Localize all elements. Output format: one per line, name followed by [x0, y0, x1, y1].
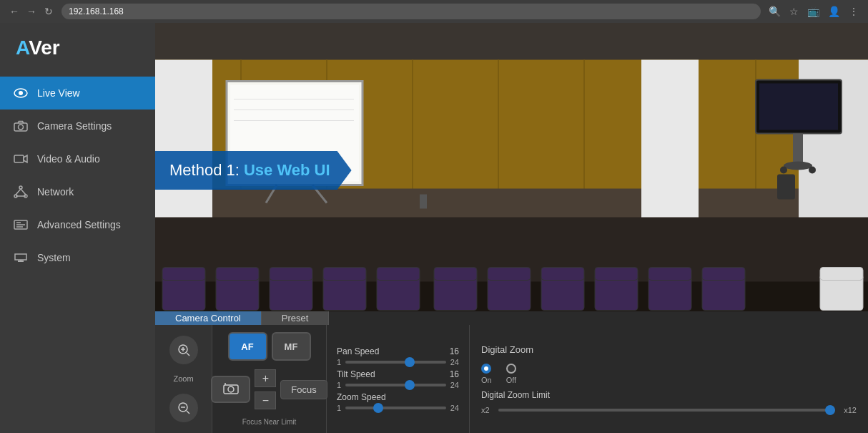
pan-speed-max: 24 [450, 358, 459, 366]
zoom-icon[interactable]: 🔍 [766, 4, 783, 19]
tab-camera-control[interactable]: Camera Control [155, 311, 262, 325]
digital-zoom-title: Digital Zoom [481, 344, 857, 355]
digital-zoom-toggle: On Off [481, 364, 857, 384]
svg-point-4 [19, 125, 24, 130]
menu-icon[interactable]: ⋮ [847, 4, 861, 19]
pan-speed-slider[interactable] [345, 361, 446, 364]
eye-icon [13, 85, 29, 101]
digital-zoom-panel: Digital Zoom On Off Digita [470, 325, 868, 433]
dz-off-radio[interactable] [506, 364, 516, 374]
pan-speed-label: Pan Speed [337, 346, 379, 356]
bottom-controls: Camera Control Preset [155, 311, 868, 433]
sidebar-item-camera-settings[interactable]: Camera Settings [0, 110, 155, 142]
zoom-in-button[interactable] [169, 336, 198, 364]
dz-off-label: Off [506, 376, 516, 384]
account-icon[interactable]: 👤 [826, 4, 842, 19]
focus-plus-minus: + − [255, 369, 276, 409]
svg-rect-65 [648, 268, 691, 281]
reload-button[interactable]: ↻ [41, 4, 56, 19]
camera-feed: Method 1: Use Web UI [155, 23, 868, 311]
svg-rect-30 [155, 60, 212, 218]
svg-rect-69 [820, 268, 863, 281]
dz-on-option[interactable]: On [481, 364, 492, 384]
sidebar-item-label: Network [37, 186, 74, 198]
sidebar: AVer Live View [0, 23, 155, 433]
dz-on-radio[interactable] [481, 364, 491, 374]
tab-preset[interactable]: Preset [262, 311, 330, 325]
dz-off-option[interactable]: Off [506, 364, 516, 384]
sidebar-item-system[interactable]: System [0, 241, 155, 274]
banner-text: Method 1: Use Web UI [169, 161, 330, 179]
method-banner: Method 1: Use Web UI [155, 151, 352, 190]
svg-rect-71 [777, 175, 795, 200]
tilt-speed-min: 1 [337, 381, 341, 389]
camera-icon [13, 118, 29, 134]
zoom-controls: Zoom [155, 325, 212, 433]
sidebar-item-label: Live View [37, 87, 80, 99]
svg-text:AVer: AVer [16, 37, 60, 59]
forward-button[interactable]: → [24, 4, 39, 19]
svg-rect-31 [641, 60, 699, 218]
tilt-speed-value: 16 [450, 369, 459, 379]
sidebar-item-network[interactable]: Network [0, 175, 155, 208]
focus-plus-button[interactable]: + [255, 369, 276, 387]
dz-limit-slider[interactable] [498, 409, 836, 412]
tilt-speed-row: Tilt Speed 16 1 24 [337, 369, 459, 389]
zoom-out-button[interactable] [169, 394, 198, 422]
zoom-speed-max: 24 [450, 404, 459, 412]
svg-point-44 [780, 167, 787, 174]
zoom-speed-slider[interactable] [345, 407, 446, 409]
tilt-speed-max: 24 [450, 381, 459, 389]
svg-rect-53 [323, 268, 366, 281]
cast-icon[interactable]: 📺 [805, 4, 822, 19]
address-bar[interactable] [61, 4, 761, 19]
sidebar-item-advanced-settings[interactable]: Advanced Settings [0, 208, 155, 241]
svg-line-9 [16, 189, 21, 195]
svg-rect-41 [759, 84, 838, 130]
dz-on-label: On [481, 376, 492, 384]
svg-point-2 [19, 91, 23, 95]
zoom-label: Zoom [173, 374, 193, 383]
custom-focus-button[interactable] [211, 376, 250, 403]
focus-minus-button[interactable]: − [255, 391, 276, 409]
svg-rect-70 [420, 195, 427, 209]
controls-tabs: Camera Control Preset [155, 311, 868, 325]
zoom-speed-label: Zoom Speed [337, 392, 386, 402]
pan-speed-row: Pan Speed 16 1 24 [337, 346, 459, 366]
autofocus-button[interactable]: AF [228, 332, 267, 361]
focus-label-button[interactable]: Focus [280, 380, 327, 399]
back-button[interactable]: ← [7, 4, 21, 19]
svg-line-78 [187, 411, 189, 414]
svg-rect-49 [216, 268, 259, 281]
svg-rect-42 [793, 134, 803, 162]
svg-line-10 [21, 189, 26, 195]
sidebar-item-live-view[interactable]: Live View [0, 77, 155, 110]
camera-area: Method 1: Use Web UI Camera Control Pres… [155, 23, 868, 433]
svg-point-80 [228, 386, 234, 392]
manual-focus-button[interactable]: MF [272, 332, 311, 361]
pan-speed-min: 1 [337, 358, 341, 366]
svg-point-6 [19, 186, 22, 189]
svg-point-43 [784, 162, 812, 170]
network-icon [13, 184, 29, 200]
controls-body: Zoom AF [155, 325, 868, 433]
svg-line-75 [187, 353, 189, 356]
sidebar-item-label: Advanced Settings [37, 219, 121, 230]
svg-rect-28 [155, 189, 868, 218]
system-icon [13, 250, 29, 266]
svg-rect-61 [541, 268, 584, 281]
svg-point-45 [809, 167, 816, 174]
svg-rect-5 [14, 155, 24, 162]
svg-rect-47 [162, 268, 205, 281]
sidebar-item-label: Video & Audio [37, 153, 100, 165]
sidebar-item-video-audio[interactable]: Video & Audio [0, 142, 155, 175]
zoom-speed-min: 1 [337, 404, 341, 412]
bookmark-icon[interactable]: ☆ [787, 4, 801, 19]
sidebar-logo: AVer [0, 23, 155, 77]
speed-controls: Pan Speed 16 1 24 Tilt Speed 1 [327, 325, 470, 433]
dz-limit-min: x2 [481, 406, 490, 414]
focus-near-limit-label: Focus Near Limit [242, 418, 297, 426]
svg-rect-51 [270, 268, 312, 281]
tilt-speed-slider[interactable] [345, 384, 446, 386]
advanced-settings-icon [13, 217, 29, 233]
